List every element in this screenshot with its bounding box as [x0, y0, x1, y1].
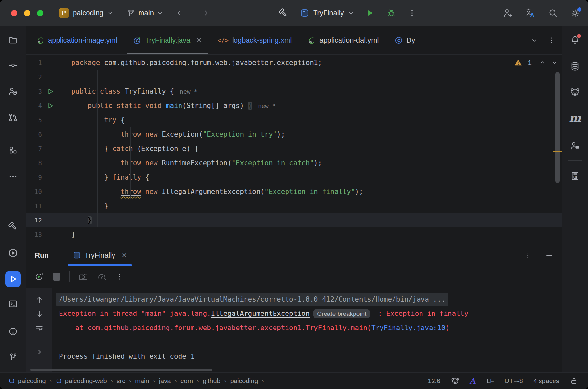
run-line-gutter-icon[interactable]	[42, 99, 61, 113]
add-user-icon[interactable]	[503, 8, 513, 18]
zoom-window-button[interactable]	[37, 10, 43, 16]
stop-button[interactable]	[53, 273, 60, 281]
unlock-icon[interactable]	[570, 377, 578, 385]
tab-application-image-yml[interactable]: application-image.yml	[28, 26, 125, 54]
run-button[interactable]	[366, 8, 375, 18]
gutter-spacer	[42, 199, 61, 213]
forward-arrow-icon[interactable]	[200, 8, 209, 18]
minimize-window-button[interactable]	[24, 10, 30, 16]
notifications-tool-icon[interactable]	[567, 32, 583, 48]
project-tool-icon[interactable]	[5, 32, 21, 48]
m-plugin-tool-icon[interactable]: m	[567, 110, 583, 126]
breadcrumb-item-github[interactable]: github	[203, 377, 220, 385]
code-line-4[interactable]: 4 public static void main(String[] args)…	[26, 99, 562, 113]
hide-panel-minus-icon[interactable]	[545, 251, 553, 259]
debug-button[interactable]	[386, 8, 396, 18]
vcs-branch-widget[interactable]: main	[127, 9, 163, 17]
code-line-8[interactable]: 8 throw new RuntimeException("Exception …	[26, 156, 562, 170]
caret-position[interactable]: 12:6	[428, 377, 440, 385]
translate-icon[interactable]: A	[525, 8, 536, 18]
run-console[interactable]: /Users/itwanger/Library/Java/JavaVirtual…	[26, 288, 562, 372]
breadcrumb-item-paicoding[interactable]: paicoding	[230, 377, 258, 385]
hidden-tabs-chevron-icon[interactable]	[531, 37, 538, 44]
commit-tool-icon[interactable]	[5, 58, 21, 73]
breadcrumb-item-paicoding-web[interactable]: paicoding-web	[56, 377, 107, 385]
code-line-1[interactable]: 1package com.github.paicoding.forum.web.…	[26, 56, 562, 70]
a-plugin-icon[interactable]: A	[470, 376, 476, 386]
settings-gear-icon[interactable]	[570, 8, 580, 18]
problems-tool-icon[interactable]	[5, 324, 21, 339]
monkey-plugin-icon[interactable]	[451, 377, 460, 385]
close-window-button[interactable]	[11, 10, 17, 16]
stack-frame-link[interactable]: TryFinally.java:10	[371, 324, 446, 332]
assistant-monkey-tool-icon[interactable]	[567, 84, 583, 100]
thread-dump-camera-icon[interactable]	[78, 272, 88, 282]
code-line-11[interactable]: 11 }	[26, 199, 562, 213]
soft-wrap-icon[interactable]	[35, 324, 44, 332]
code-line-3[interactable]: 3public class TryFinally {new *	[26, 84, 562, 99]
console-output[interactable]: /Users/itwanger/Library/Java/JavaVirtual…	[52, 288, 562, 372]
services-tool-icon[interactable]	[5, 245, 21, 261]
pull-requests-tool-icon[interactable]	[5, 110, 21, 125]
build-hammer-icon[interactable]	[278, 8, 288, 18]
code-line-7[interactable]: 7 } catch (Exception e) {	[26, 141, 562, 156]
code-line-6[interactable]: 6 throw new Exception("Exception in try"…	[26, 127, 562, 141]
ai-assistant-tool-icon[interactable]	[5, 84, 21, 99]
exception-class-link[interactable]: IllegalArgumentException	[211, 310, 310, 317]
build-tool-icon[interactable]	[5, 219, 21, 234]
previous-warning-chevron-icon[interactable]	[539, 60, 546, 66]
indent-indicator[interactable]: 4 spaces	[533, 377, 559, 385]
more-tools-ellipsis-icon[interactable]	[5, 169, 21, 184]
breadcrumb-item-java[interactable]: java	[159, 377, 171, 385]
scroll-up-arrow-icon[interactable]	[35, 296, 44, 304]
tab-truncated[interactable]: C Dy	[387, 26, 433, 54]
code-line-13[interactable]: 13}	[26, 227, 562, 242]
run-panel-options-kebab-icon[interactable]	[524, 251, 532, 259]
profiler-gauge-icon[interactable]	[97, 272, 107, 282]
token: finally	[112, 173, 145, 181]
more-actions-kebab-icon[interactable]	[408, 9, 416, 17]
code-line-10[interactable]: 10 throw new IllegalArgumentException("E…	[26, 184, 562, 199]
code-line-2[interactable]: 2	[26, 70, 562, 84]
next-warning-chevron-icon[interactable]	[551, 60, 558, 66]
console-options-kebab-icon[interactable]	[115, 273, 123, 281]
code-line-5[interactable]: 5 try {	[26, 113, 562, 127]
version-control-tool-icon[interactable]	[5, 349, 21, 365]
breadcrumb-item-com[interactable]: com	[180, 377, 193, 385]
run-tab-label: TryFinally	[85, 251, 115, 260]
close-tab-icon[interactable]: ✕	[196, 36, 202, 45]
breadcrumb-item-paicoding[interactable]: paicoding	[8, 377, 46, 385]
project-widget[interactable]: P paicoding	[59, 8, 113, 18]
create-breakpoint-badge[interactable]: Create breakpoint	[313, 309, 370, 318]
tab-options-kebab-icon[interactable]	[547, 36, 555, 44]
code-editor[interactable]: 1package com.github.paicoding.forum.web.…	[26, 55, 562, 244]
tab-logback-spring-xml[interactable]: </> logback-spring.xml	[210, 26, 300, 54]
run-line-gutter-icon[interactable]	[42, 84, 61, 99]
file-encoding-indicator[interactable]: UTF-8	[504, 377, 523, 385]
back-arrow-icon[interactable]	[176, 8, 185, 18]
database-tool-icon[interactable]	[567, 59, 583, 74]
scroll-down-arrow-icon[interactable]	[35, 310, 44, 318]
console-horizontal-scrollbar[interactable]	[30, 369, 212, 371]
line-separator-indicator[interactable]: LF	[487, 377, 494, 385]
editor-vertical-scrollbar[interactable]	[555, 72, 560, 183]
code-line-12[interactable]: 12 }	[26, 213, 562, 227]
run-tool-icon[interactable]	[5, 271, 21, 287]
rerun-button[interactable]	[34, 272, 44, 282]
breadcrumb-item-main[interactable]: main	[135, 377, 149, 385]
search-icon[interactable]	[548, 8, 558, 18]
close-run-tab-icon[interactable]: ✕	[121, 251, 127, 259]
run-tab-tryfinally[interactable]: TryFinally ✕	[68, 244, 132, 266]
structure-tool-icon[interactable]	[5, 142, 21, 158]
expand-chevron-icon[interactable]	[35, 348, 43, 356]
documentation-book-tool-icon[interactable]: A	[567, 168, 583, 184]
warning-stripe-mark[interactable]	[553, 151, 562, 152]
terminal-tool-icon[interactable]	[5, 296, 21, 312]
tab-tryfinally-java[interactable]: C TryFinally.java ✕	[125, 26, 210, 54]
code-line-9[interactable]: 9 } finally {	[26, 170, 562, 184]
run-configuration-selector[interactable]: TryFinally	[300, 8, 354, 18]
community-chat-tool-icon[interactable]	[567, 138, 583, 154]
inspection-widget[interactable]: 1	[514, 59, 558, 67]
breadcrumb-item-src[interactable]: src	[117, 377, 126, 385]
tab-application-dal-yml[interactable]: application-dal.yml	[300, 26, 386, 54]
